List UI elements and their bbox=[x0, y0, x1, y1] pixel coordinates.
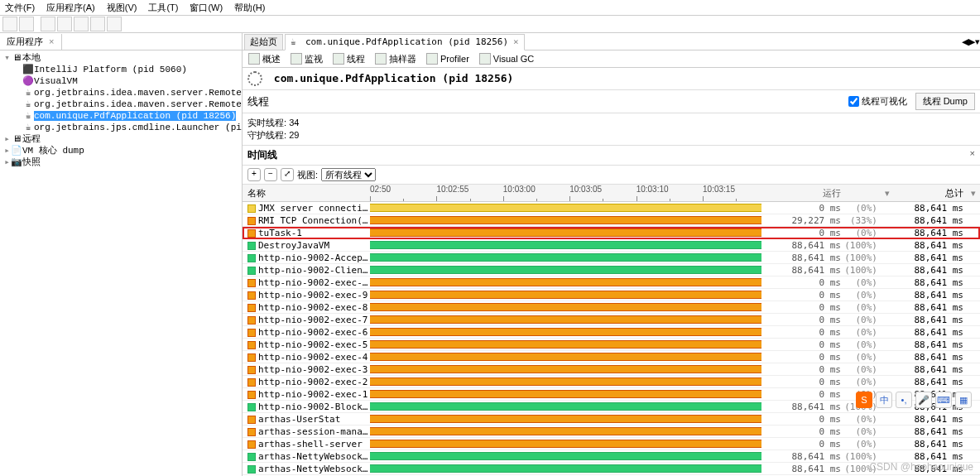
thread-row[interactable]: JMX server connection timec0 ms(0%)88,64… bbox=[243, 202, 980, 214]
thread-pct-cell: (0%) bbox=[844, 352, 881, 363]
tab-close-icon[interactable]: × bbox=[513, 36, 519, 47]
thread-pct-cell: (0%) bbox=[844, 426, 881, 437]
thread-row[interactable]: arthas-session-manager0 ms(0%)88,641 ms bbox=[243, 426, 980, 438]
thread-run-cell: 88,641 ms bbox=[761, 451, 844, 462]
thread-state-icon bbox=[247, 353, 256, 362]
thread-row[interactable]: http-nio-9002-exec-20 ms(0%)88,641 ms bbox=[243, 376, 980, 388]
tree-process-2[interactable]: org.jetbrains.idea.maven.server.RemoteMa… bbox=[34, 88, 242, 98]
threads-visualize-checkbox-input[interactable] bbox=[848, 96, 859, 107]
thread-row[interactable]: http-nio-9002-exec-80 ms(0%)88,641 ms bbox=[243, 301, 980, 314]
thread-total-cell: 88,641 ms bbox=[894, 228, 967, 238]
col-total-header[interactable]: 总计 bbox=[894, 187, 967, 200]
tree-node-icon: 🖥 bbox=[11, 52, 22, 64]
tab-0[interactable]: ☕com.unique.PdfApplication (pid 18256)× bbox=[285, 34, 525, 50]
subtab-1[interactable]: 监视 bbox=[286, 50, 327, 67]
toolbar-btn-6[interactable] bbox=[90, 17, 105, 31]
thread-row[interactable]: arthas-UserStat0 ms(0%)88,641 ms bbox=[243, 413, 980, 426]
refresh-icon[interactable] bbox=[247, 71, 262, 86]
tree-process-4[interactable]: com.unique.PdfApplication (pid 18256) bbox=[34, 111, 236, 121]
tree-local[interactable]: 本地 bbox=[22, 53, 41, 63]
col-run-drop-icon[interactable]: ▾ bbox=[881, 188, 894, 199]
col-run-header[interactable]: 运行 bbox=[761, 187, 844, 200]
thread-row[interactable]: arthas-NettyWebsocketTtyBoc88,641 ms(100… bbox=[243, 463, 980, 475]
twisty-icon[interactable]: ▸ bbox=[3, 145, 11, 156]
thread-name-cell: http-nio-9002-exec-9 bbox=[243, 290, 370, 301]
tree-vmdump[interactable]: VM 核心 dump bbox=[22, 146, 84, 156]
zoom-in-icon[interactable]: + bbox=[247, 168, 261, 181]
toolbar-btn-4[interactable] bbox=[57, 17, 72, 31]
toolbar-btn-5[interactable] bbox=[74, 17, 89, 31]
tree-snapshot[interactable]: 快照 bbox=[22, 157, 41, 167]
thread-bar-cell bbox=[370, 388, 761, 400]
col-total-drop-icon[interactable]: ▾ bbox=[967, 188, 980, 199]
subtab-3[interactable]: 抽样器 bbox=[371, 50, 420, 67]
main-toolbar bbox=[0, 16, 980, 33]
thread-row[interactable]: http-nio-9002-exec-10 ms(0%)88,641 ms bbox=[243, 388, 980, 401]
thread-bar-cell bbox=[370, 289, 761, 301]
toolbar-btn-1[interactable] bbox=[2, 17, 17, 31]
toolbar-btn-2[interactable] bbox=[19, 17, 34, 31]
col-name-header[interactable]: 名称 bbox=[243, 187, 370, 200]
twisty-icon[interactable]: ▾ bbox=[3, 52, 11, 64]
thread-row[interactable]: http-nio-9002-Acceptor88,641 ms(100%)88,… bbox=[243, 252, 980, 264]
tree-remote[interactable]: 远程 bbox=[22, 134, 41, 144]
thread-row[interactable]: RMI TCP Connection(5)-192.129,227 ms(33%… bbox=[243, 214, 980, 227]
threads-visualize-checkbox[interactable]: 线程可视化 bbox=[845, 94, 907, 109]
twisty-icon[interactable]: ▸ bbox=[3, 156, 11, 168]
toolbar-btn-3[interactable] bbox=[41, 17, 55, 31]
thread-row[interactable]: http-nio-9002-exec-50 ms(0%)88,641 ms bbox=[243, 339, 980, 351]
menu-item-2[interactable]: 视图(V) bbox=[103, 0, 141, 15]
thread-row[interactable]: http-nio-9002-exec-40 ms(0%)88,641 ms bbox=[243, 351, 980, 363]
subtab-icon bbox=[333, 53, 344, 65]
tab-1[interactable]: 起始页 bbox=[244, 34, 283, 50]
thread-row[interactable]: http-nio-9002-exec-90 ms(0%)88,641 ms bbox=[243, 289, 980, 301]
subtab-5[interactable]: Visual GC bbox=[475, 50, 538, 67]
thread-run-cell: 88,641 ms bbox=[761, 240, 844, 251]
view-dropdown[interactable]: 所有线程 bbox=[321, 168, 376, 181]
thread-row[interactable]: tuTask-10 ms(0%)88,641 ms bbox=[243, 227, 980, 239]
tabs-scroll-right-icon[interactable]: ▶ bbox=[968, 36, 975, 47]
menu-item-4[interactable]: 窗口(W) bbox=[186, 0, 226, 15]
timeline-close-icon[interactable]: × bbox=[970, 148, 975, 158]
thread-row[interactable]: http-nio-9002-BlockPoller88,641 ms(100%)… bbox=[243, 401, 980, 413]
thread-row[interactable]: arthas-shell-server0 ms(0%)88,641 ms bbox=[243, 438, 980, 450]
thread-row[interactable]: http-nio-9002-exec-100 ms(0%)88,641 ms bbox=[243, 276, 980, 289]
subtab-2[interactable]: 线程 bbox=[329, 50, 369, 67]
zoom-fit-icon[interactable]: ⤢ bbox=[281, 168, 294, 181]
tree-process-1[interactable]: VisualVM bbox=[34, 76, 78, 86]
subtab-0[interactable]: 概述 bbox=[244, 50, 285, 67]
thread-row[interactable]: http-nio-9002-exec-30 ms(0%)88,641 ms bbox=[243, 363, 980, 376]
threads-section-title: 线程 bbox=[247, 94, 269, 109]
thread-total-cell: 88,641 ms bbox=[894, 352, 967, 363]
toolbar-btn-7[interactable] bbox=[107, 17, 122, 31]
thread-bar bbox=[370, 390, 761, 398]
menu-item-1[interactable]: 应用程序(A) bbox=[43, 0, 98, 15]
sidebar-tab-apps[interactable]: 应用程序 × bbox=[0, 34, 62, 50]
menu-item-5[interactable]: 帮助(H) bbox=[231, 0, 268, 15]
time-tick: 10:02:55 bbox=[436, 185, 468, 194]
tree-process-0[interactable]: IntelliJ Platform (pid 5060) bbox=[34, 65, 187, 75]
thread-row[interactable]: DestroyJavaVM88,641 ms(100%)88,641 ms bbox=[243, 239, 980, 252]
sidebar-tab-close-icon[interactable]: × bbox=[49, 36, 54, 46]
tree-process-5[interactable]: org.jetbrains.jps.cmdline.Launcher (pid … bbox=[34, 123, 242, 132]
menu-item-0[interactable]: 文件(F) bbox=[2, 0, 38, 15]
thread-pct-cell: (0%) bbox=[844, 439, 881, 450]
thread-bar bbox=[370, 402, 761, 411]
tabs-more-icon[interactable]: ▾ bbox=[975, 36, 980, 47]
subtab-4[interactable]: Profiler bbox=[422, 50, 473, 67]
thread-row[interactable]: arthas-NettyWebsocketTtyBoc88,641 ms(100… bbox=[243, 450, 980, 463]
thread-row[interactable]: http-nio-9002-exec-60 ms(0%)88,641 ms bbox=[243, 326, 980, 339]
menu-item-3[interactable]: 工具(T) bbox=[145, 0, 181, 15]
zoom-out-icon[interactable]: − bbox=[264, 168, 277, 181]
thread-state-icon bbox=[247, 403, 256, 411]
tabs-scroll-left-icon[interactable]: ◀ bbox=[962, 36, 968, 47]
thread-dump-button[interactable]: 线程 Dump bbox=[915, 93, 975, 110]
col-timeline-header: 02:5010:02:5510:03:0010:03:0510:03:1010:… bbox=[370, 185, 761, 201]
tree-process-3[interactable]: org.jetbrains.idea.maven.server.RemoteMa… bbox=[34, 99, 242, 109]
thread-row[interactable]: http-nio-9002-exec-70 ms(0%)88,641 ms bbox=[243, 314, 980, 326]
thread-name-cell: arthas-NettyWebsocketTtyBoc bbox=[243, 451, 370, 462]
thread-row[interactable]: http-nio-9002-ClientPoller88,641 ms(100%… bbox=[243, 264, 980, 276]
twisty-icon[interactable]: ▸ bbox=[3, 133, 11, 145]
thread-state-icon bbox=[247, 465, 256, 474]
thread-bar-cell bbox=[370, 351, 761, 363]
